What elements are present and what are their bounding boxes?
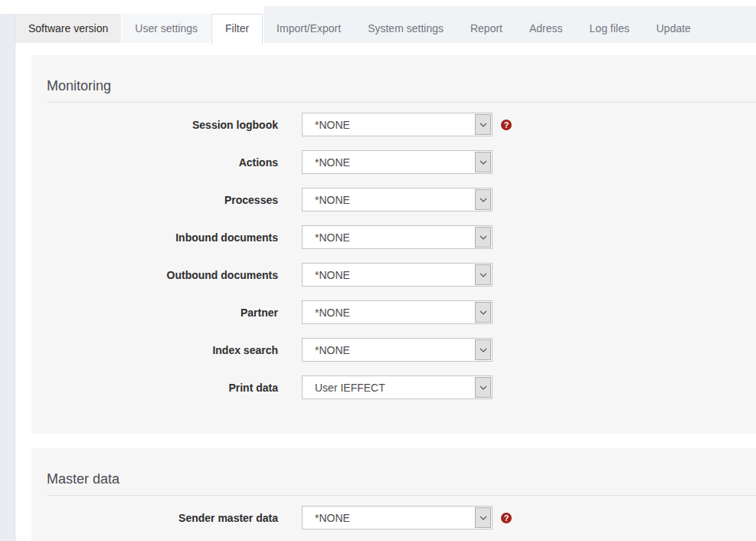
form-label: Session logbook — [47, 119, 278, 131]
form-label: Partner — [47, 307, 278, 319]
form-label: Inbound documents — [47, 231, 278, 244]
section-master-data: Master data Sender master data *NONE ? — [31, 448, 756, 541]
select-value: *NONE — [303, 231, 475, 244]
tab-adress[interactable]: Adress — [516, 14, 576, 43]
select-value: *NONE — [303, 194, 475, 206]
select-value: *NONE — [303, 119, 475, 131]
chevron-down-icon — [479, 160, 487, 165]
section-title-monitoring: Monitoring — [47, 78, 756, 103]
tab-bar: Software version User settings Filter Im… — [0, 14, 756, 43]
form-row-sender-master-data: Sender master data *NONE ? — [47, 506, 756, 530]
select-arrow-button[interactable] — [475, 264, 491, 285]
form-row-session-logbook: Session logbook *NONE ? — [47, 113, 756, 136]
session-logbook-select[interactable]: *NONE — [302, 113, 493, 136]
select-arrow-button[interactable] — [475, 152, 491, 172]
chevron-down-icon — [479, 348, 487, 352]
index-search-select[interactable]: *NONE — [302, 338, 493, 362]
page-left-margin — [0, 14, 15, 541]
tab-log-files[interactable]: Log files — [577, 14, 643, 43]
select-value: User IEFFECT — [303, 382, 475, 394]
tab-update[interactable]: Update — [643, 14, 704, 43]
processes-select[interactable]: *NONE — [302, 188, 493, 211]
select-arrow-button[interactable] — [475, 507, 491, 528]
form-label: Actions — [47, 156, 278, 169]
section-title-master-data: Master data — [47, 471, 756, 496]
chevron-down-icon — [479, 273, 487, 277]
form-row-outbound-documents: Outbound documents *NONE — [47, 263, 756, 287]
select-arrow-button[interactable] — [475, 339, 491, 360]
filter-tab-content: Monitoring Session logbook *NONE ? Actio… — [15, 55, 756, 541]
chevron-down-icon — [479, 198, 487, 202]
section-monitoring: Monitoring Session logbook *NONE ? Actio… — [31, 55, 756, 434]
help-icon[interactable]: ? — [501, 513, 512, 523]
form-row-index-search: Index search *NONE — [47, 338, 756, 362]
chevron-down-icon — [479, 385, 487, 390]
form-row-partner: Partner *NONE — [47, 300, 756, 324]
form-row-inbound-documents: Inbound documents *NONE — [47, 225, 756, 249]
select-arrow-button[interactable] — [475, 114, 491, 135]
select-value: *NONE — [303, 269, 475, 281]
help-icon[interactable]: ? — [501, 120, 512, 130]
select-value: *NONE — [303, 307, 475, 319]
tab-filter[interactable]: Filter — [211, 14, 263, 44]
partner-select[interactable]: *NONE — [302, 300, 493, 324]
form-row-processes: Processes *NONE — [47, 188, 756, 211]
tab-report[interactable]: Report — [457, 14, 515, 43]
select-value: *NONE — [303, 512, 475, 524]
inbound-documents-select[interactable]: *NONE — [302, 225, 493, 249]
form-label: Processes — [47, 194, 278, 206]
actions-select[interactable]: *NONE — [302, 150, 493, 174]
select-value: *NONE — [303, 156, 475, 169]
form-row-actions: Actions *NONE — [47, 150, 756, 174]
form-row-print-data: Print data User IEFFECT — [47, 375, 756, 399]
select-value: *NONE — [303, 344, 475, 356]
tab-system-settings[interactable]: System settings — [355, 14, 457, 43]
select-arrow-button[interactable] — [475, 377, 491, 398]
form-label: Outbound documents — [47, 269, 278, 281]
select-arrow-button[interactable] — [475, 302, 491, 323]
outbound-documents-select[interactable]: *NONE — [302, 263, 493, 287]
print-data-select[interactable]: User IEFFECT — [302, 375, 493, 399]
select-arrow-button[interactable] — [475, 227, 491, 248]
chevron-down-icon — [479, 310, 487, 315]
chevron-down-icon — [479, 235, 487, 240]
form-label: Index search — [47, 344, 278, 356]
chevron-down-icon — [479, 123, 487, 127]
form-label: Print data — [47, 382, 278, 394]
form-label: Sender master data — [47, 512, 278, 524]
select-arrow-button[interactable] — [475, 189, 491, 210]
tab-software-version[interactable]: Software version — [15, 14, 121, 43]
tab-import-export[interactable]: Import/Export — [263, 14, 354, 43]
tab-user-settings[interactable]: User settings — [122, 14, 211, 43]
chevron-down-icon — [479, 516, 487, 520]
sender-master-data-select[interactable]: *NONE — [302, 506, 493, 530]
